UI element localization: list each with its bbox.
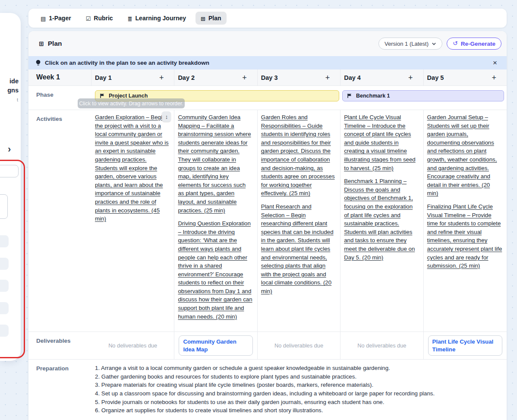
plan-title: ⊞ Plan <box>39 40 62 47</box>
deliverables-row: DeliverablesNo deliverables dueCommunity… <box>28 332 507 360</box>
day-header-cell: Day 5+ <box>424 69 507 85</box>
add-activity-button[interactable]: + <box>325 74 330 82</box>
plan-panel: ⊞ Plan Version 1 (Latest) ↺ Re-Generate … <box>28 31 507 420</box>
chevron-right-icon[interactable]: › <box>8 144 11 155</box>
plan-icon: ⊞ <box>201 16 205 22</box>
regenerate-button[interactable]: ↺ Re-Generate <box>447 38 501 50</box>
sidebar-input-fragment[interactable] <box>0 165 19 177</box>
preparation-item: 1. Arrange a visit to a local community … <box>95 364 501 373</box>
tab-learning-journey[interactable]: ≣Learning Journey <box>123 12 191 25</box>
tab-label: Learning Journey <box>136 15 186 22</box>
sidebar-small-text-fragment: t <box>17 97 18 102</box>
close-icon[interactable]: × <box>490 59 500 67</box>
flag-icon <box>347 93 352 98</box>
deliverable-cell: No deliverables due <box>258 332 340 359</box>
deliverable-cell: Plant Life Cycle Visual Timeline <box>424 332 507 359</box>
lightbulb-icon <box>35 60 41 66</box>
day-label: Day 5 <box>427 74 444 81</box>
activities-cell: Garden Roles and Responsibilities – Guid… <box>258 110 340 332</box>
add-activity-button[interactable]: + <box>492 74 496 82</box>
sidebar-text-fragment: ide <box>9 78 19 85</box>
version-label: Version 1 (Latest) <box>385 41 429 47</box>
tab-one-pager[interactable]: ▤1-Pager <box>35 12 76 25</box>
activity-link[interactable]: Benchmark 1 Planning – Discuss the goals… <box>344 177 419 262</box>
day-header-cell: Day 4+ <box>340 69 423 85</box>
version-dropdown[interactable]: Version 1 (Latest) <box>378 38 442 50</box>
preparation-item: 6. Organize art supplies for students to… <box>95 406 501 415</box>
day-label: Day 1 <box>95 74 112 81</box>
hint-banner-text: Click on an activity in the plan to see … <box>45 60 209 66</box>
tab-label: Plan <box>208 15 221 22</box>
drag-reorder-handle[interactable]: ↕ <box>162 111 171 122</box>
week-header-row: Week 1Day 1+Day 2+Day 3+Day 4+Day 5+ <box>28 69 507 86</box>
tab-rubric[interactable]: ☑Rubric <box>81 12 118 25</box>
plan-panel-header: ⊞ Plan Version 1 (Latest) ↺ Re-Generate <box>28 31 507 56</box>
rubric-icon: ☑ <box>86 16 91 22</box>
tab-label: Rubric <box>94 15 113 22</box>
phase-label: Benchmark 1 <box>356 93 390 99</box>
reorder-tooltip: Click to view activity. Drag arrows to r… <box>78 98 185 108</box>
day-label: Day 4 <box>344 74 361 81</box>
day-header-cell: Day 2+ <box>174 69 257 85</box>
refresh-icon: ↺ <box>453 40 458 47</box>
activity-link[interactable]: Driving Question Exploration – Introduce… <box>178 219 252 321</box>
deliverable-card[interactable]: Plant Life Cycle Visual Timeline <box>428 335 502 356</box>
no-deliverables-text: No deliverables due <box>340 332 423 359</box>
preparation-item: 4. Set up a classroom space for discussi… <box>95 389 501 398</box>
add-activity-button[interactable]: + <box>408 74 413 82</box>
deliverable-cell: No deliverables due <box>340 332 423 359</box>
deliverable-cell: Community Garden Idea Map <box>174 332 257 359</box>
week-section: Week 1Day 1+Day 2+Day 3+Day 4+Day 5+Phas… <box>28 69 507 420</box>
day-header-cell: Day 3+ <box>258 69 340 85</box>
add-activity-button[interactable]: + <box>159 74 164 82</box>
sidebar-suggestion-chip[interactable] <box>0 280 9 292</box>
document-tabs-bar: ▤1-Pager☑Rubric≣Learning Journey⊞Plan <box>28 9 507 28</box>
plan-title-label: Plan <box>48 40 62 47</box>
activities-cell: Garden Journal Setup – Students will set… <box>424 110 507 332</box>
tab-label: 1-Pager <box>49 15 71 22</box>
activity-link[interactable]: Garden Roles and Responsibilities – Guid… <box>261 113 336 198</box>
deliverables-row-label: Deliverables <box>28 332 91 359</box>
hint-banner: Click on an activity in the plan to see … <box>28 56 507 69</box>
sidebar-suggestion-chip[interactable] <box>0 325 9 337</box>
tab-plan[interactable]: ⊞Plan <box>195 12 226 25</box>
activities-cell: ↕Garden Exploration – Begin the project … <box>91 110 174 332</box>
activities-cell: Plant Life Cycle Visual Timeline – Intro… <box>340 110 423 332</box>
one-pager-icon: ▤ <box>41 16 46 22</box>
activity-link[interactable]: Plant Life Cycle Visual Timeline – Intro… <box>344 113 419 172</box>
sidebar-suggestion-chip[interactable] <box>0 235 9 247</box>
preparation-item: 3. Prepare materials for creating visual… <box>95 381 501 389</box>
phase-bar-benchmark-1[interactable]: Benchmark 1 <box>342 90 504 101</box>
deliverable-card[interactable]: Community Garden Idea Map <box>179 335 252 356</box>
activity-link[interactable]: Finalizing Plant Life Cycle Visual Timel… <box>427 202 502 270</box>
preparation-content: 1. Arrange a visit to a local community … <box>91 360 507 420</box>
day-label: Day 3 <box>261 74 278 81</box>
regenerate-label: Re-Generate <box>461 41 495 47</box>
activities-row: Activities↕Garden Exploration – Begin th… <box>28 110 507 332</box>
deliverable-cell: No deliverables due <box>91 332 174 359</box>
plan-table-icon: ⊞ <box>39 40 44 47</box>
preparation-item: 2. Gather gardening books and resources … <box>95 373 501 381</box>
sidebar-suggestion-chip[interactable] <box>0 258 9 270</box>
flag-icon <box>100 93 105 98</box>
no-deliverables-text: No deliverables due <box>91 332 174 359</box>
sidebar-input-fragment[interactable] <box>0 194 8 219</box>
sidebar-suggestion-chip[interactable] <box>0 302 9 314</box>
activities-cell: Community Garden Idea Mapping – Facilita… <box>174 110 257 332</box>
preparation-row: Preparation1. Arrange a visit to a local… <box>28 360 507 420</box>
preparation-item: 5. Provide journals or notebooks for stu… <box>95 398 501 407</box>
week-label: Week 1 <box>28 69 91 85</box>
day-header-cell: Day 1+ <box>91 69 174 85</box>
add-activity-button[interactable]: + <box>242 74 247 82</box>
activity-link[interactable]: Community Garden Idea Mapping – Facilita… <box>178 113 252 215</box>
activity-link[interactable]: Garden Journal Setup – Students will set… <box>427 113 502 198</box>
left-sidebar-panel: ide gns t › <box>0 13 21 361</box>
preparation-row-label: Preparation <box>28 360 91 420</box>
chevron-down-icon <box>432 41 436 46</box>
activity-link[interactable]: Garden Exploration – Begin the project w… <box>95 113 170 223</box>
activity-link[interactable]: Plant Research and Selection – Begin res… <box>261 202 336 296</box>
day-label: Day 2 <box>178 74 195 81</box>
no-deliverables-text: No deliverables due <box>258 332 340 359</box>
activities-row-label: Activities <box>28 110 91 332</box>
plan-table: Week 1Day 1+Day 2+Day 3+Day 4+Day 5+Phas… <box>28 69 507 420</box>
